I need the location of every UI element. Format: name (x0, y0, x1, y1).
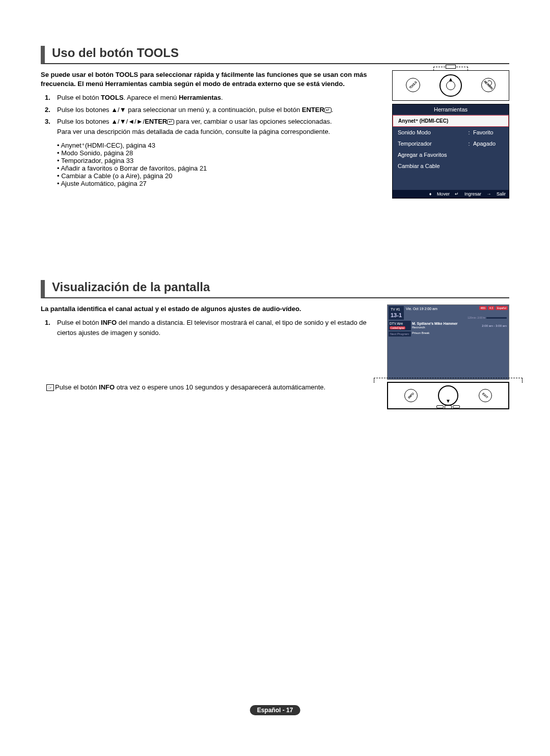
menu-padding (393, 172, 509, 190)
time-range: 2:00 am - 3:00 am (482, 324, 507, 327)
dpad-circle: ▲ (439, 74, 462, 97)
bullet-item: Cambiar a Cable (o a Aire), página 20 (57, 172, 384, 180)
bullet-item: Modo Sonido, página 28 (57, 149, 384, 157)
content-row-2: La pantalla identifica el canal actual y… (41, 304, 509, 409)
badge: 480i (479, 306, 487, 310)
t: Pulse el botón (57, 94, 101, 101)
t: Mover (437, 191, 450, 197)
section-visualization: Visualización de la pantalla La pantalla… (41, 280, 509, 409)
t: INFO (99, 383, 115, 391)
remote-dpad-2: ▼ (438, 385, 458, 406)
t: Ingresar (464, 191, 481, 197)
t: Pulse el botón (55, 383, 99, 391)
program-desc: Recrunch (412, 326, 425, 329)
info-row-3: Next Program Prison Break (388, 330, 509, 338)
tools-menu-item-selected: Anynet⁺ (HDMI-CEC) (393, 115, 509, 127)
info-badges: 480i 4:3 Español (479, 306, 508, 310)
step-number: 1. (45, 318, 57, 338)
enter-icon: ↵ (324, 107, 332, 113)
step-body: Pulse los botones ▲/▼/◄/►/ENTER↵ para ve… (57, 117, 384, 136)
t: Salir (497, 191, 506, 197)
step-2: 2. Pulse los botones ▲/▼ para selecciona… (45, 105, 384, 115)
t: TOOLS (101, 94, 124, 101)
steps-list-2: 1. Pulse el botón INFO del mando a dista… (45, 318, 379, 338)
t: Para ver una descripción más detallada d… (57, 128, 330, 135)
colon: : (465, 129, 473, 135)
badge: Español (496, 306, 508, 310)
tools-menu-item: Cambiar a Cable (393, 160, 509, 172)
note-icon: ☞ (45, 383, 55, 391)
step-number: 2. (45, 105, 57, 115)
step-3: 3. Pulse los botones ▲/▼/◄/►/ENTER↵ para… (45, 117, 384, 136)
t: Pulse los botones ▲/▼ para seleccionar u… (57, 106, 302, 114)
tools-menu-item: Temporizador : Apagado (393, 138, 509, 149)
footer-ingresar: ↵ Ingresar (455, 191, 481, 197)
t: Pulse el botón (57, 319, 101, 326)
item-label: Cambiar a Cable (398, 163, 504, 169)
footer-mover: ♦ Mover (429, 191, 450, 197)
remote-info-button: INFO (404, 389, 418, 402)
exit-label: EXIT (482, 392, 489, 399)
tools-menu-item: Agregar a Favoritos (393, 149, 509, 160)
enter-icon: ↵ (167, 119, 174, 125)
remote-dpad: ▲ (439, 74, 462, 97)
t: otra vez o espere unos 10 segundos y des… (115, 383, 325, 391)
small-button (436, 405, 444, 408)
bullet-item: Temporizador, página 33 (57, 157, 384, 164)
content-text-2: La pantalla identifica el canal actual y… (41, 304, 379, 409)
section-title-visualization: Visualización de la pantalla (41, 280, 509, 298)
next-program-title: Prison Break (412, 331, 429, 337)
side-graphics-tools: TOOLS ▲ RETURN Herramientas Anynet⁺ (HDM… (392, 70, 509, 199)
intro-text-2: La pantalla identifica el canal actual y… (41, 304, 379, 314)
bullet-item: Añadir a favoritos o Borrar de favoritos… (57, 164, 384, 172)
t: INFO (101, 319, 117, 326)
progress-bar (486, 317, 507, 319)
step-1: 1. Pulse el botón TOOLS. Aparece el menú… (45, 93, 384, 103)
item-value: Apagado (473, 141, 504, 147)
tools-menu-screenshot: Herramientas Anynet⁺ (HDMI-CEC) Sonido M… (392, 104, 509, 199)
t: ENTER (302, 106, 324, 114)
remote-return-button: RETURN (481, 78, 496, 92)
tools-menu-header: Herramientas (393, 104, 509, 115)
remote-ir-led (446, 65, 456, 69)
item-label: Sonido Modo (398, 129, 465, 135)
badge: 4:3 (488, 306, 494, 310)
section-tools: Uso del botón TOOLS Se puede usar el bot… (41, 46, 509, 199)
step-number: 1. (45, 93, 57, 103)
colon: : (465, 141, 473, 147)
bullet-item: Ajuste Automático, página 27 (57, 180, 384, 187)
step-body: Pulse los botones ▲/▼ para seleccionar u… (57, 105, 384, 115)
t: . (221, 94, 223, 101)
t: ENTER (145, 118, 167, 125)
bullet-item: Anynet⁺(HDMI-CEC), página 43 (57, 142, 384, 149)
remote-illustration: TOOLS ▲ RETURN (392, 70, 509, 101)
cable-badge: CableDigital (390, 326, 405, 329)
time-progress: 120min: 2:00 hr (468, 316, 507, 319)
dpad-inner (446, 81, 455, 90)
tv-number-cell: TV #1 13-1 (389, 306, 404, 320)
signal-cell: DTV Aire CableDigital (389, 321, 411, 331)
content-row: Se puede usar el botón TOOLS para selecc… (41, 70, 509, 199)
info-label: INFO (407, 392, 415, 399)
small-button (453, 405, 460, 408)
item-label: Anynet⁺ (HDMI-CEC) (398, 118, 503, 124)
item-value: Favorito (473, 129, 504, 135)
content-text: Se puede usar el botón TOOLS para selecc… (41, 70, 384, 199)
step-1: 1. Pulse el botón INFO del mando a dista… (45, 318, 379, 338)
arrow-down-icon: ▼ (446, 398, 451, 404)
time-elapsed: 120min: 2:00 hr (468, 316, 485, 319)
step-number: 3. (45, 117, 57, 136)
footer-salir: → Salir (486, 191, 506, 197)
t: para ver, cambiar o usar las opciones se… (174, 118, 332, 125)
side-graphics-info: 480i 4:3 Español TV #1 13-1 Vie. Oct 19 … (387, 304, 509, 409)
intro-text: Se puede usar el botón TOOLS para selecc… (41, 70, 384, 89)
step-body: Pulse el botón INFO del mando a distanci… (57, 318, 379, 338)
tv-label: TV #1 (391, 307, 400, 311)
section-title-tools: Uso del botón TOOLS (41, 46, 509, 64)
info-bar-screenshot: 480i 4:3 Español TV #1 13-1 Vie. Oct 19 … (387, 304, 509, 380)
step-body: Pulse el botón TOOLS. Aparece el menú He… (57, 93, 384, 103)
t: Herramientas (179, 94, 221, 101)
t: . (332, 106, 334, 114)
item-label: Agregar a Favoritos (398, 152, 504, 158)
item-label: Temporizador (398, 141, 465, 147)
